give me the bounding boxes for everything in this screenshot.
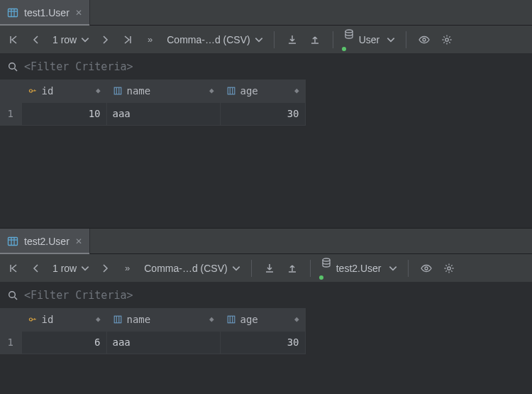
cell-id[interactable]: 6: [21, 331, 106, 354]
separator: [251, 260, 252, 277]
filter-row[interactable]: <Filter Criteria>: [0, 283, 532, 308]
column-header-age[interactable]: age◆: [220, 80, 305, 102]
row-count-dropdown[interactable]: 1 row: [51, 259, 90, 278]
column-icon: [226, 86, 236, 96]
key-icon: [28, 314, 38, 324]
first-page-button[interactable]: [6, 31, 21, 49]
separator: [310, 260, 311, 277]
separator: [274, 31, 275, 48]
datasource-dropdown[interactable]: test2.User: [321, 259, 398, 278]
view-button[interactable]: [416, 31, 432, 49]
chevron-down-icon: [80, 35, 90, 45]
chevron-down-icon: [388, 263, 398, 273]
row-number: 1: [0, 331, 21, 354]
cell-age[interactable]: 30: [220, 102, 305, 125]
tabs-bar: test1.User ✕: [0, 0, 532, 26]
close-icon[interactable]: ✕: [75, 236, 82, 246]
export-button[interactable]: [262, 259, 277, 278]
table-row[interactable]: 1 6 aaa 30: [0, 331, 305, 354]
column-header-name[interactable]: name◆: [106, 80, 220, 102]
table-icon: [7, 7, 18, 18]
chevron-down-icon: [386, 35, 396, 45]
data-table: id◆ name◆ age◆ 1 10 aaa 30: [0, 80, 532, 228]
chevron-down-icon: [254, 35, 264, 45]
format-dropdown[interactable]: Comma-…d (CSV): [165, 31, 263, 49]
filter-placeholder: <Filter Criteria>: [24, 60, 133, 73]
filter-row[interactable]: <Filter Criteria>: [0, 54, 532, 80]
database-icon: [343, 28, 355, 40]
close-icon[interactable]: ✕: [75, 8, 82, 18]
cell-name[interactable]: aaa: [106, 102, 220, 125]
toolbar: 1 row » Comma-…d (CSV) test2.User: [0, 254, 532, 283]
tab-test2-user[interactable]: test2.User ✕: [0, 229, 90, 254]
tab-test1-user[interactable]: test1.User ✕: [0, 0, 90, 26]
search-icon: [7, 61, 18, 72]
search-icon: [7, 290, 18, 301]
key-icon: [28, 86, 38, 96]
column-icon: [113, 86, 123, 96]
gutter-header: [0, 80, 21, 102]
separator: [408, 260, 409, 277]
header-row: id◆ name◆ age◆: [0, 308, 305, 331]
format-dropdown[interactable]: Comma-…d (CSV): [143, 259, 240, 278]
table-icon: [7, 236, 18, 247]
tab-label: test2.User: [24, 236, 70, 247]
gutter-header: [0, 308, 21, 331]
next-page-button[interactable]: [97, 259, 113, 278]
status-dot-icon: [342, 47, 346, 51]
cell-age[interactable]: 30: [220, 331, 305, 354]
column-header-age[interactable]: age◆: [220, 308, 305, 331]
prev-page-button[interactable]: [28, 31, 44, 49]
export-button[interactable]: [284, 31, 300, 49]
last-page-button[interactable]: [120, 31, 135, 49]
column-header-id[interactable]: id◆: [21, 80, 106, 102]
column-header-id[interactable]: id◆: [21, 308, 106, 331]
next-page-button[interactable]: [97, 31, 113, 49]
column-header-name[interactable]: name◆: [106, 308, 220, 331]
header-row: id◆ name◆ age◆: [0, 80, 305, 102]
cell-name[interactable]: aaa: [106, 331, 220, 354]
column-icon: [226, 314, 236, 324]
pane-test1: test1.User ✕ 1 row » Comma-…d (CSV) User…: [0, 0, 532, 229]
chevron-down-icon: [231, 263, 241, 273]
more-nav-button[interactable]: »: [143, 31, 158, 49]
table-row[interactable]: 1 10 aaa 30: [0, 102, 305, 125]
more-nav-button[interactable]: »: [120, 259, 135, 278]
prev-page-button[interactable]: [28, 259, 44, 278]
view-button[interactable]: [419, 259, 434, 278]
toolbar: 1 row » Comma-…d (CSV) User: [0, 26, 532, 54]
tabs-bar: test2.User ✕: [0, 229, 532, 254]
column-icon: [113, 314, 123, 324]
separator: [333, 31, 333, 48]
chevron-down-icon: [80, 263, 90, 273]
status-dot-icon: [319, 275, 323, 280]
settings-button[interactable]: [439, 31, 455, 49]
database-icon: [321, 257, 332, 268]
data-table: id◆ name◆ age◆ 1 6 aaa 30: [0, 308, 532, 394]
import-button[interactable]: [284, 259, 300, 278]
row-count-dropdown[interactable]: 1 row: [51, 31, 90, 49]
settings-button[interactable]: [441, 259, 457, 278]
separator: [406, 31, 406, 48]
row-number: 1: [0, 102, 21, 125]
cell-id[interactable]: 10: [21, 102, 106, 125]
pane-test2: test2.User ✕ 1 row » Comma-…d (CSV) test…: [0, 229, 532, 394]
first-page-button[interactable]: [6, 259, 21, 278]
tab-label: test1.User: [24, 7, 70, 18]
filter-placeholder: <Filter Criteria>: [24, 289, 133, 302]
import-button[interactable]: [307, 31, 323, 49]
datasource-dropdown[interactable]: User: [343, 31, 397, 49]
